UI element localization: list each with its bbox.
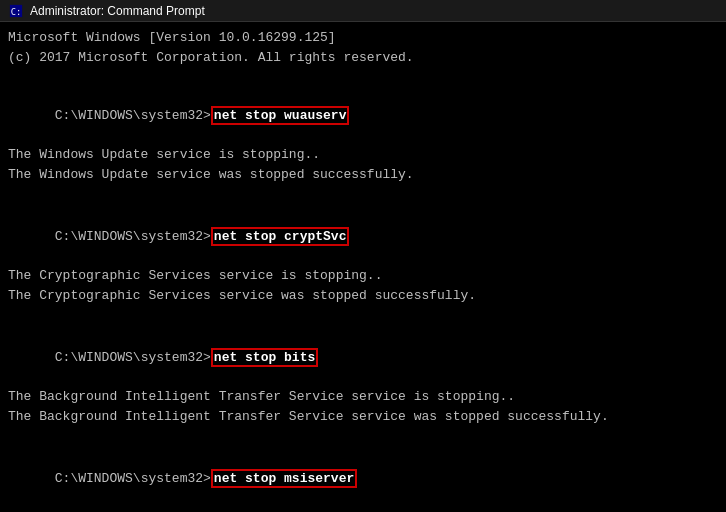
header-line-1: Microsoft Windows [Version 10.0.16299.12… bbox=[8, 28, 718, 48]
cmd-icon: C: bbox=[8, 3, 24, 19]
cmd-block-3: C:\WINDOWS\system32>net stop bits The Ba… bbox=[8, 329, 718, 427]
output-1-1: The Windows Update service is stopping.. bbox=[8, 145, 718, 165]
prompt-2: C:\WINDOWS\system32>net stop cryptSvc bbox=[8, 208, 718, 267]
prompt-4: C:\WINDOWS\system32>net stop msiserver bbox=[8, 450, 718, 509]
output-2-1: The Cryptographic Services service is st… bbox=[8, 266, 718, 286]
title-bar-text: Administrator: Command Prompt bbox=[30, 4, 205, 18]
output-1-2: The Windows Update service was stopped s… bbox=[8, 165, 718, 185]
output-4-1: The Windows Installer service is stoppin… bbox=[8, 508, 718, 512]
prompt-3: C:\WINDOWS\system32>net stop bits bbox=[8, 329, 718, 388]
title-bar: C: Administrator: Command Prompt bbox=[0, 0, 726, 22]
header-line-2: (c) 2017 Microsoft Corporation. All righ… bbox=[8, 48, 718, 68]
prompt-1: C:\WINDOWS\system32>net stop wuauserv bbox=[8, 87, 718, 146]
cmd-block-2: C:\WINDOWS\system32>net stop cryptSvc Th… bbox=[8, 208, 718, 306]
cmd-block-1: C:\WINDOWS\system32>net stop wuauserv Th… bbox=[8, 87, 718, 185]
output-3-2: The Background Intelligent Transfer Serv… bbox=[8, 407, 718, 427]
cmd-block-4: C:\WINDOWS\system32>net stop msiserver T… bbox=[8, 450, 718, 513]
console-area[interactable]: Microsoft Windows [Version 10.0.16299.12… bbox=[0, 22, 726, 512]
output-3-1: The Background Intelligent Transfer Serv… bbox=[8, 387, 718, 407]
output-2-2: The Cryptographic Services service was s… bbox=[8, 286, 718, 306]
svg-text:C:: C: bbox=[11, 6, 22, 16]
